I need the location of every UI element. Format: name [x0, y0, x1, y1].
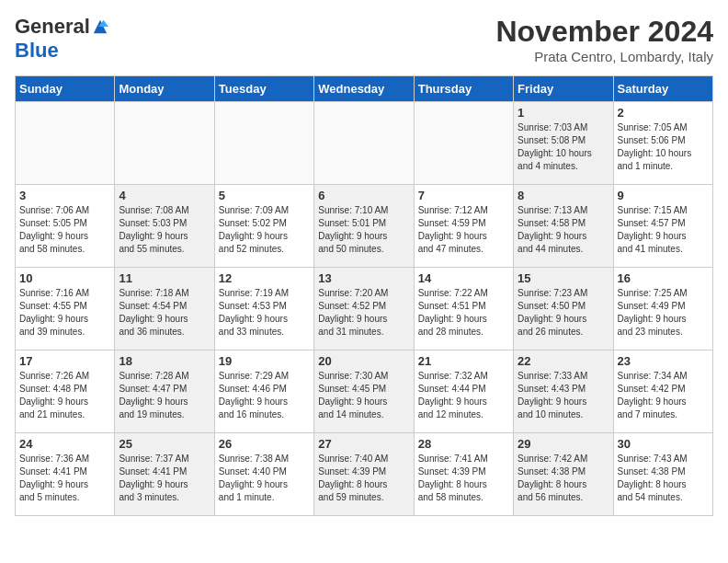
day-number: 29	[518, 437, 609, 451]
day-info: Sunrise: 7:20 AM Sunset: 4:52 PM Dayligh…	[318, 287, 409, 339]
calendar-day-cell: 8Sunrise: 7:13 AM Sunset: 4:58 PM Daylig…	[514, 185, 613, 268]
day-number: 25	[119, 437, 210, 451]
calendar-day-cell: 22Sunrise: 7:33 AM Sunset: 4:43 PM Dayli…	[514, 350, 613, 433]
calendar-day-cell: 7Sunrise: 7:12 AM Sunset: 4:59 PM Daylig…	[414, 185, 513, 268]
day-info: Sunrise: 7:18 AM Sunset: 4:54 PM Dayligh…	[119, 287, 210, 339]
day-info: Sunrise: 7:09 AM Sunset: 5:02 PM Dayligh…	[219, 204, 310, 256]
day-info: Sunrise: 7:37 AM Sunset: 4:41 PM Dayligh…	[119, 453, 210, 504]
day-number: 9	[618, 189, 709, 202]
day-number: 3	[19, 189, 110, 202]
day-info: Sunrise: 7:23 AM Sunset: 4:50 PM Dayligh…	[518, 287, 609, 339]
logo-icon	[92, 18, 108, 35]
calendar-day-cell: 19Sunrise: 7:29 AM Sunset: 4:46 PM Dayli…	[214, 350, 313, 433]
calendar-week-2: 3Sunrise: 7:06 AM Sunset: 5:05 PM Daylig…	[16, 185, 713, 268]
day-info: Sunrise: 7:29 AM Sunset: 4:46 PM Dayligh…	[219, 370, 310, 421]
day-number: 28	[418, 437, 509, 451]
day-number: 14	[418, 271, 509, 285]
calendar-table: SundayMondayTuesdayWednesdayThursdayFrid…	[15, 75, 713, 516]
day-number: 16	[618, 271, 709, 285]
logo-general-text: General	[15, 15, 90, 39]
day-info: Sunrise: 7:13 AM Sunset: 4:58 PM Dayligh…	[518, 204, 609, 256]
day-number: 1	[518, 106, 609, 120]
day-info: Sunrise: 7:30 AM Sunset: 4:45 PM Dayligh…	[318, 370, 409, 421]
calendar-day-cell	[16, 102, 115, 185]
day-info: Sunrise: 7:08 AM Sunset: 5:03 PM Dayligh…	[119, 204, 210, 256]
calendar-day-cell: 30Sunrise: 7:43 AM Sunset: 4:38 PM Dayli…	[613, 433, 712, 516]
day-info: Sunrise: 7:16 AM Sunset: 4:55 PM Dayligh…	[19, 287, 110, 339]
day-info: Sunrise: 7:25 AM Sunset: 4:49 PM Dayligh…	[618, 287, 709, 339]
day-number: 21	[418, 354, 509, 368]
day-number: 5	[219, 189, 310, 202]
calendar-day-cell: 9Sunrise: 7:15 AM Sunset: 4:57 PM Daylig…	[613, 185, 712, 268]
calendar-day-cell: 17Sunrise: 7:26 AM Sunset: 4:48 PM Dayli…	[16, 350, 115, 433]
calendar-week-1: 1Sunrise: 7:03 AM Sunset: 5:08 PM Daylig…	[16, 102, 713, 185]
day-number: 6	[318, 189, 409, 202]
day-info: Sunrise: 7:22 AM Sunset: 4:51 PM Dayligh…	[418, 287, 509, 339]
calendar-day-cell: 12Sunrise: 7:19 AM Sunset: 4:53 PM Dayli…	[214, 268, 313, 350]
day-info: Sunrise: 7:15 AM Sunset: 4:57 PM Dayligh…	[618, 204, 709, 256]
day-number: 11	[119, 271, 210, 285]
day-number: 13	[318, 271, 409, 285]
calendar-day-cell: 26Sunrise: 7:38 AM Sunset: 4:40 PM Dayli…	[214, 433, 313, 516]
day-info: Sunrise: 7:32 AM Sunset: 4:44 PM Dayligh…	[418, 370, 509, 421]
day-number: 15	[518, 271, 609, 285]
calendar-day-cell: 29Sunrise: 7:42 AM Sunset: 4:38 PM Dayli…	[514, 433, 613, 516]
calendar-day-cell: 28Sunrise: 7:41 AM Sunset: 4:39 PM Dayli…	[414, 433, 513, 516]
calendar-day-cell: 3Sunrise: 7:06 AM Sunset: 5:05 PM Daylig…	[16, 185, 115, 268]
location: Prata Centro, Lombardy, Italy	[495, 49, 713, 64]
day-number: 27	[318, 437, 409, 451]
day-info: Sunrise: 7:12 AM Sunset: 4:59 PM Dayligh…	[418, 204, 509, 256]
calendar-day-cell	[115, 102, 214, 185]
title-area: November 2024 Prata Centro, Lombardy, It…	[495, 15, 713, 64]
weekday-header-thursday: Thursday	[414, 76, 513, 102]
day-number: 10	[19, 271, 110, 285]
calendar-day-cell: 1Sunrise: 7:03 AM Sunset: 5:08 PM Daylig…	[514, 102, 613, 185]
month-title: November 2024	[495, 15, 713, 49]
calendar-day-cell: 10Sunrise: 7:16 AM Sunset: 4:55 PM Dayli…	[16, 268, 115, 350]
calendar-day-cell	[214, 102, 313, 185]
day-number: 7	[418, 189, 509, 202]
calendar-day-cell: 24Sunrise: 7:36 AM Sunset: 4:41 PM Dayli…	[16, 433, 115, 516]
day-info: Sunrise: 7:10 AM Sunset: 5:01 PM Dayligh…	[318, 204, 409, 256]
calendar-day-cell: 25Sunrise: 7:37 AM Sunset: 4:41 PM Dayli…	[115, 433, 214, 516]
logo: General Blue	[15, 15, 108, 63]
calendar-day-cell: 21Sunrise: 7:32 AM Sunset: 4:44 PM Dayli…	[414, 350, 513, 433]
calendar-day-cell: 13Sunrise: 7:20 AM Sunset: 4:52 PM Dayli…	[314, 268, 414, 350]
day-info: Sunrise: 7:33 AM Sunset: 4:43 PM Dayligh…	[518, 370, 609, 421]
calendar-day-cell: 15Sunrise: 7:23 AM Sunset: 4:50 PM Dayli…	[514, 268, 613, 350]
day-info: Sunrise: 7:26 AM Sunset: 4:48 PM Dayligh…	[19, 370, 110, 421]
day-info: Sunrise: 7:19 AM Sunset: 4:53 PM Dayligh…	[219, 287, 310, 339]
calendar-day-cell: 23Sunrise: 7:34 AM Sunset: 4:42 PM Dayli…	[613, 350, 712, 433]
day-number: 19	[219, 354, 310, 368]
weekday-header-sunday: Sunday	[16, 76, 115, 102]
calendar-day-cell: 16Sunrise: 7:25 AM Sunset: 4:49 PM Dayli…	[613, 268, 712, 350]
day-info: Sunrise: 7:40 AM Sunset: 4:39 PM Dayligh…	[318, 453, 409, 504]
day-number: 30	[618, 437, 709, 451]
day-info: Sunrise: 7:05 AM Sunset: 5:06 PM Dayligh…	[618, 121, 709, 173]
calendar-day-cell: 2Sunrise: 7:05 AM Sunset: 5:06 PM Daylig…	[613, 102, 712, 185]
weekday-header-tuesday: Tuesday	[214, 76, 313, 102]
weekday-header-monday: Monday	[115, 76, 214, 102]
weekday-header-wednesday: Wednesday	[314, 76, 414, 102]
day-number: 8	[518, 189, 609, 202]
day-number: 23	[618, 354, 709, 368]
calendar-day-cell: 4Sunrise: 7:08 AM Sunset: 5:03 PM Daylig…	[115, 185, 214, 268]
calendar-day-cell: 27Sunrise: 7:40 AM Sunset: 4:39 PM Dayli…	[314, 433, 414, 516]
weekday-header-row: SundayMondayTuesdayWednesdayThursdayFrid…	[16, 76, 713, 102]
day-info: Sunrise: 7:06 AM Sunset: 5:05 PM Dayligh…	[19, 204, 110, 256]
calendar-week-3: 10Sunrise: 7:16 AM Sunset: 4:55 PM Dayli…	[16, 268, 713, 350]
day-info: Sunrise: 7:34 AM Sunset: 4:42 PM Dayligh…	[618, 370, 709, 421]
day-number: 24	[19, 437, 110, 451]
day-number: 2	[618, 106, 709, 120]
calendar-week-5: 24Sunrise: 7:36 AM Sunset: 4:41 PM Dayli…	[16, 433, 713, 516]
day-info: Sunrise: 7:03 AM Sunset: 5:08 PM Dayligh…	[518, 121, 609, 173]
day-number: 4	[119, 189, 210, 202]
logo-blue-text: Blue	[15, 39, 59, 63]
day-number: 18	[119, 354, 210, 368]
weekday-header-friday: Friday	[514, 76, 613, 102]
day-info: Sunrise: 7:43 AM Sunset: 4:38 PM Dayligh…	[618, 453, 709, 504]
day-info: Sunrise: 7:42 AM Sunset: 4:38 PM Dayligh…	[518, 453, 609, 504]
calendar-week-4: 17Sunrise: 7:26 AM Sunset: 4:48 PM Dayli…	[16, 350, 713, 433]
calendar-day-cell: 6Sunrise: 7:10 AM Sunset: 5:01 PM Daylig…	[314, 185, 414, 268]
calendar-day-cell: 20Sunrise: 7:30 AM Sunset: 4:45 PM Dayli…	[314, 350, 414, 433]
